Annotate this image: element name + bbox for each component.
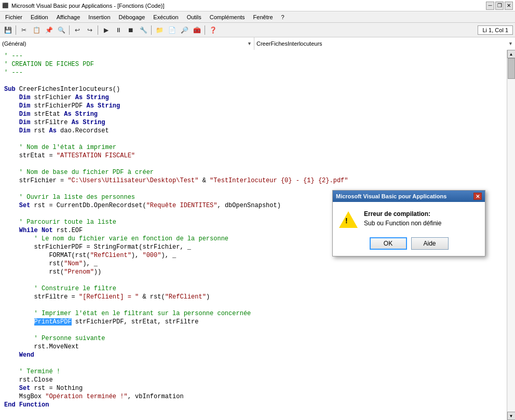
menu-fenetre[interactable]: Fenêtre bbox=[249, 11, 277, 22]
pause-button[interactable]: ⏸ bbox=[113, 24, 124, 36]
app-icon: ⬛ bbox=[2, 3, 8, 8]
toolbar: 💾 ✂ 📋 📌 🔍 ↩ ↪ ▶ ⏸ ⏹ 🔧 📁 📄 🔎 🧰 ❓ Li 1, Co… bbox=[0, 23, 515, 37]
scroll-track[interactable] bbox=[508, 58, 515, 412]
editor-area: ' --- ' CREATION DE FICHES PDF ' --- Sub… bbox=[0, 50, 515, 420]
menu-complements[interactable]: Compléments bbox=[206, 11, 249, 22]
close-button[interactable]: ✕ bbox=[505, 2, 513, 10]
design-button[interactable]: 🔧 bbox=[138, 24, 149, 36]
toolbox-button[interactable]: 🧰 bbox=[191, 24, 202, 36]
cut-button[interactable]: ✂ bbox=[18, 24, 30, 36]
procedure-dropdown[interactable]: CreerFichesInterlocuteurs bbox=[254, 37, 515, 50]
projectexplorer-button[interactable]: 📁 bbox=[154, 24, 165, 36]
menu-edition[interactable]: Edition bbox=[26, 11, 52, 22]
menu-help[interactable]: ? bbox=[277, 11, 289, 22]
dropdowns-row: (Général) ▼ CreerFichesInterlocuteurs ▼ bbox=[0, 37, 515, 50]
save-button[interactable]: 💾 bbox=[2, 24, 13, 36]
paste-button[interactable]: 📌 bbox=[43, 24, 55, 36]
error-title: Erreur de compilation: bbox=[364, 210, 441, 218]
cursor-position: Li 1, Col 1 bbox=[478, 25, 513, 35]
dialog-body: Erreur de compilation: Sub ou Function n… bbox=[333, 202, 485, 233]
warning-icon bbox=[339, 210, 358, 228]
properties-button[interactable]: 📄 bbox=[166, 24, 178, 36]
scroll-up-button[interactable]: ▲ bbox=[507, 50, 516, 58]
dialog-ok-button[interactable]: OK bbox=[370, 237, 407, 250]
scope-dropdown[interactable]: (Général) bbox=[0, 37, 254, 50]
error-dialog: Microsoft Visual Basic pour Applications… bbox=[332, 190, 485, 256]
dialog-help-button[interactable]: Aide bbox=[411, 237, 449, 250]
scope-dropdown-wrapper: (Général) ▼ bbox=[0, 37, 254, 49]
help-button[interactable]: ❓ bbox=[207, 24, 219, 36]
minimize-button[interactable]: ─ bbox=[486, 2, 494, 10]
scroll-thumb[interactable] bbox=[508, 58, 515, 79]
dialog-text: Erreur de compilation: Sub ou Function n… bbox=[364, 210, 441, 227]
menu-fichier[interactable]: Fichier bbox=[1, 11, 26, 22]
menu-outils[interactable]: Outils bbox=[183, 11, 206, 22]
toolbar-separator-1 bbox=[16, 25, 16, 35]
run-button[interactable]: ▶ bbox=[100, 24, 112, 36]
undo-button[interactable]: ↩ bbox=[72, 24, 83, 36]
menu-bar: Fichier Edition Affichage Insertion Débo… bbox=[0, 11, 515, 23]
menu-affichage[interactable]: Affichage bbox=[52, 11, 85, 22]
title-bar-controls: ─ ❐ ✕ bbox=[486, 2, 513, 10]
dialog-close-button[interactable]: ✕ bbox=[473, 193, 482, 200]
error-message: Sub ou Function non définie bbox=[364, 220, 441, 227]
stop-button[interactable]: ⏹ bbox=[125, 24, 137, 36]
title-bar-title: Microsoft Visual Basic pour Applications… bbox=[11, 3, 164, 9]
title-bar: ⬛ Microsoft Visual Basic pour Applicatio… bbox=[0, 0, 515, 11]
dialog-title: Microsoft Visual Basic pour Applications bbox=[336, 193, 446, 199]
dialog-buttons: OK Aide bbox=[333, 233, 485, 256]
toolbar-separator-2 bbox=[69, 25, 70, 35]
menu-execution[interactable]: Exécution bbox=[149, 11, 182, 22]
menu-debogage[interactable]: Débogage bbox=[115, 11, 150, 22]
vertical-scrollbar[interactable]: ▲ ▼ bbox=[507, 50, 515, 420]
toolbar-separator-3 bbox=[98, 25, 98, 35]
copy-button[interactable]: 📋 bbox=[31, 24, 42, 36]
dialog-title-bar: Microsoft Visual Basic pour Applications… bbox=[333, 191, 485, 202]
procedure-dropdown-wrapper: CreerFichesInterlocuteurs ▼ bbox=[254, 37, 515, 49]
toolbar-separator-4 bbox=[151, 25, 152, 35]
redo-button[interactable]: ↪ bbox=[84, 24, 96, 36]
objectbrowser-button[interactable]: 🔎 bbox=[179, 24, 190, 36]
menu-insertion[interactable]: Insertion bbox=[84, 11, 114, 22]
find-button[interactable]: 🔍 bbox=[56, 24, 67, 36]
restore-button[interactable]: ❐ bbox=[495, 2, 504, 10]
scroll-down-button[interactable]: ▼ bbox=[507, 412, 516, 420]
toolbar-separator-5 bbox=[205, 25, 205, 35]
